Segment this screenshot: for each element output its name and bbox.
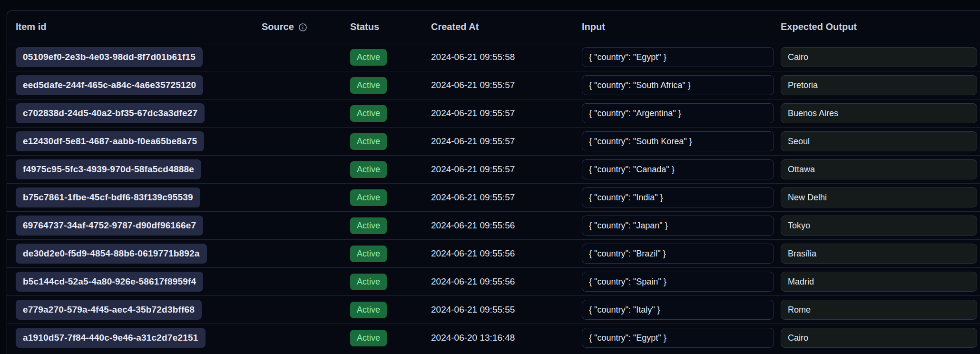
input-cell: { "country": "Japan" } — [573, 216, 777, 236]
expected-output-value-box[interactable]: Brasília — [781, 244, 977, 264]
item-id-cell: 05109ef0-2e3b-4e03-98dd-8f7d01b61f15 — [7, 47, 253, 67]
status-cell: Active — [342, 49, 422, 66]
table-row[interactable]: b75c7861-1fbe-45cf-bdf6-83f139c95539 Act… — [7, 183, 980, 211]
input-value-box[interactable]: { "country": "Italy" } — [582, 300, 774, 320]
info-icon[interactable] — [298, 23, 307, 32]
expected-output-value-box[interactable]: Seoul — [781, 131, 977, 151]
input-value-box[interactable]: { "country": "South Korea" } — [582, 131, 774, 151]
table-row[interactable]: e779a270-579a-4f45-aec4-35b72d3bff68 Act… — [7, 295, 980, 324]
input-value-box[interactable]: { "country": "Egypt" } — [582, 47, 774, 67]
status-cell: Active — [342, 302, 422, 318]
expected-output-value-box[interactable]: Tokyo — [781, 216, 977, 236]
expected-output-value-box[interactable]: Ottawa — [781, 159, 977, 179]
column-header-label: Item id — [16, 21, 46, 32]
item-id-badge[interactable]: e12430df-5e81-4687-aabb-f0ea65be8a75 — [16, 131, 204, 151]
created-at-cell: 2024-06-21 09:55:57 — [422, 80, 573, 90]
item-id-cell: 69764737-34af-4752-9787-d90df96166e7 — [7, 216, 253, 236]
table-row[interactable]: c702838d-24d5-40a2-bf35-67dc3a3dfe27 Act… — [7, 99, 980, 127]
expected-output-value-box[interactable]: Madrid — [781, 272, 977, 292]
item-id-badge[interactable]: 69764737-34af-4752-9787-d90df96166e7 — [16, 216, 203, 236]
table-row[interactable]: eed5dafe-244f-465c-a84c-4a6e35725120 Act… — [7, 71, 980, 99]
column-header-label: Expected Output — [781, 21, 857, 32]
input-value-box[interactable]: { "country": "Spain" } — [582, 272, 774, 292]
table-row[interactable]: b5c144cd-52a5-4a80-926e-58617f8959f4 Act… — [7, 267, 980, 295]
item-id-badge[interactable]: f4975c95-5fc3-4939-970d-58fa5cd4888e — [16, 159, 201, 179]
expected-output-cell: Seoul — [777, 131, 980, 151]
table-row[interactable]: 05109ef0-2e3b-4e03-98dd-8f7d01b61f15 Act… — [7, 43, 980, 71]
expected-output-value-box[interactable]: Pretoria — [781, 75, 977, 95]
column-header-label: Created At — [431, 21, 479, 32]
input-value-box[interactable]: { "country": "South Africa" } — [582, 75, 774, 95]
item-id-badge[interactable]: eed5dafe-244f-465c-a84c-4a6e35725120 — [16, 75, 203, 95]
dataset-items-table: Item id Source Status Created At Input E… — [7, 10, 980, 354]
item-id-badge[interactable]: de30d2e0-f5d9-4854-88b6-0619771b892a — [16, 244, 207, 264]
created-at-cell: 2024-06-21 09:55:58 — [422, 52, 573, 62]
created-at-cell: 2024-06-21 09:55:57 — [422, 136, 573, 147]
status-cell: Active — [342, 217, 422, 234]
item-id-badge[interactable]: a1910d57-7f84-440c-9e46-a31c2d7e2151 — [16, 328, 206, 348]
column-header-label: Source — [262, 21, 294, 32]
expected-output-cell: Rome — [777, 300, 980, 320]
input-cell: { "country": "Argentina" } — [573, 103, 777, 123]
expected-output-value-box[interactable]: Cairo — [781, 328, 977, 348]
item-id-badge[interactable]: 05109ef0-2e3b-4e03-98dd-8f7d01b61f15 — [16, 47, 203, 67]
table-row[interactable]: f4975c95-5fc3-4939-970d-58fa5cd4888e Act… — [7, 155, 980, 183]
status-badge: Active — [350, 302, 387, 318]
created-at-value: 2024-06-21 09:55:55 — [431, 305, 515, 315]
column-header-input[interactable]: Input — [573, 21, 777, 32]
status-cell: Active — [342, 161, 422, 178]
table-row[interactable]: de30d2e0-f5d9-4854-88b6-0619771b892a Act… — [7, 239, 980, 267]
status-cell: Active — [342, 133, 422, 150]
expected-output-cell: New Delhi — [777, 187, 980, 207]
column-header-source[interactable]: Source — [253, 21, 342, 32]
created-at-value: 2024-06-21 09:55:57 — [431, 192, 515, 202]
expected-output-value-box[interactable]: Buenos Aires — [781, 103, 977, 123]
item-id-badge[interactable]: b5c144cd-52a5-4a80-926e-58617f8959f4 — [16, 272, 203, 292]
input-value-box[interactable]: { "country": "Canada" } — [582, 159, 774, 179]
expected-output-value-box[interactable]: Cairo — [781, 47, 977, 67]
status-cell: Active — [342, 274, 422, 290]
input-cell: { "country": "Egypt" } — [573, 47, 777, 67]
created-at-cell: 2024-06-21 09:55:57 — [422, 108, 573, 118]
expected-output-value-box[interactable]: Rome — [781, 300, 977, 320]
item-id-cell: de30d2e0-f5d9-4854-88b6-0619771b892a — [7, 244, 253, 264]
status-cell: Active — [342, 330, 422, 346]
column-header-created-at[interactable]: Created At — [422, 21, 573, 32]
item-id-badge[interactable]: b75c7861-1fbe-45cf-bdf6-83f139c95539 — [16, 187, 200, 207]
input-value-box[interactable]: { "country": "Brazil" } — [582, 244, 774, 264]
column-header-item-id[interactable]: Item id — [7, 21, 253, 32]
input-value-box[interactable]: { "country": "Egypt" } — [582, 328, 774, 348]
column-header-label: Status — [350, 21, 379, 32]
expected-output-cell: Cairo — [777, 47, 980, 67]
input-cell: { "country": "Italy" } — [573, 300, 777, 320]
expected-output-cell: Madrid — [777, 272, 980, 292]
created-at-cell: 2024-06-21 09:55:56 — [422, 276, 573, 287]
table-row[interactable]: 69764737-34af-4752-9787-d90df96166e7 Act… — [7, 211, 980, 239]
expected-output-value-box[interactable]: New Delhi — [781, 187, 977, 207]
input-cell: { "country": "South Africa" } — [573, 75, 777, 95]
table-body: 05109ef0-2e3b-4e03-98dd-8f7d01b61f15 Act… — [7, 43, 980, 352]
item-id-cell: b5c144cd-52a5-4a80-926e-58617f8959f4 — [7, 272, 253, 292]
created-at-value: 2024-06-21 09:55:56 — [431, 248, 515, 258]
item-id-badge[interactable]: c702838d-24d5-40a2-bf35-67dc3a3dfe27 — [16, 103, 205, 123]
status-cell: Active — [342, 77, 422, 94]
created-at-value: 2024-06-21 09:55:56 — [431, 220, 515, 230]
created-at-value: 2024-06-21 09:55:56 — [431, 276, 515, 286]
created-at-cell: 2024-06-21 09:55:57 — [422, 192, 573, 203]
table-row[interactable]: e12430df-5e81-4687-aabb-f0ea65be8a75 Act… — [7, 127, 980, 155]
column-header-expected-output[interactable]: Expected Output — [777, 21, 980, 32]
input-value-box[interactable]: { "country": "Argentina" } — [582, 103, 774, 123]
status-badge: Active — [350, 274, 387, 290]
column-header-status[interactable]: Status — [342, 21, 422, 32]
item-id-cell: c702838d-24d5-40a2-bf35-67dc3a3dfe27 — [7, 103, 253, 123]
expected-output-cell: Pretoria — [777, 75, 980, 95]
created-at-value: 2024-06-21 09:55:57 — [431, 164, 515, 174]
input-value-box[interactable]: { "country": "Japan" } — [582, 216, 774, 236]
created-at-value: 2024-06-20 13:16:48 — [431, 333, 515, 343]
item-id-badge[interactable]: e779a270-579a-4f45-aec4-35b72d3bff68 — [16, 300, 202, 320]
expected-output-cell: Buenos Aires — [777, 103, 980, 123]
input-value-box[interactable]: { "country": "India" } — [582, 187, 774, 207]
table-row[interactable]: a1910d57-7f84-440c-9e46-a31c2d7e2151 Act… — [7, 324, 980, 352]
created-at-cell: 2024-06-21 09:55:56 — [422, 220, 573, 231]
status-cell: Active — [342, 189, 422, 206]
